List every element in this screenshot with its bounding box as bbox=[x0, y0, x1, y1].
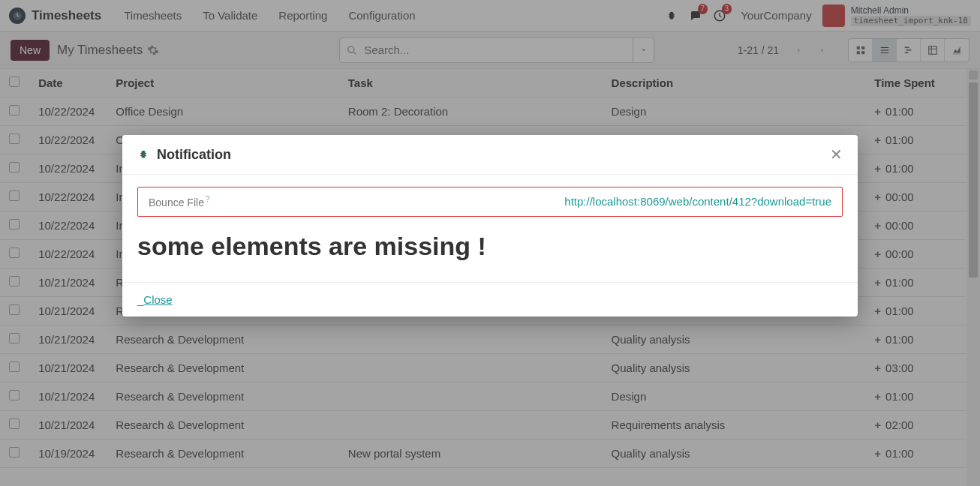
bounce-file-field: Bounce File? http://localhost:8069/web/c… bbox=[137, 187, 843, 217]
bounce-file-link[interactable]: http://localhost:8069/web/content/412?do… bbox=[564, 195, 831, 208]
notification-modal: Notification ✕ Bounce File? http://local… bbox=[122, 135, 858, 316]
help-icon[interactable]: ? bbox=[206, 195, 210, 203]
modal-overlay: Notification ✕ Bounce File? http://local… bbox=[0, 0, 980, 486]
bug-icon bbox=[137, 148, 149, 160]
close-button[interactable]: _Close bbox=[137, 293, 173, 306]
modal-title: Notification bbox=[157, 147, 830, 163]
bounce-file-label: Bounce File? bbox=[149, 195, 210, 208]
modal-message: some elements are missing ! bbox=[137, 232, 843, 261]
close-icon[interactable]: ✕ bbox=[830, 146, 843, 164]
